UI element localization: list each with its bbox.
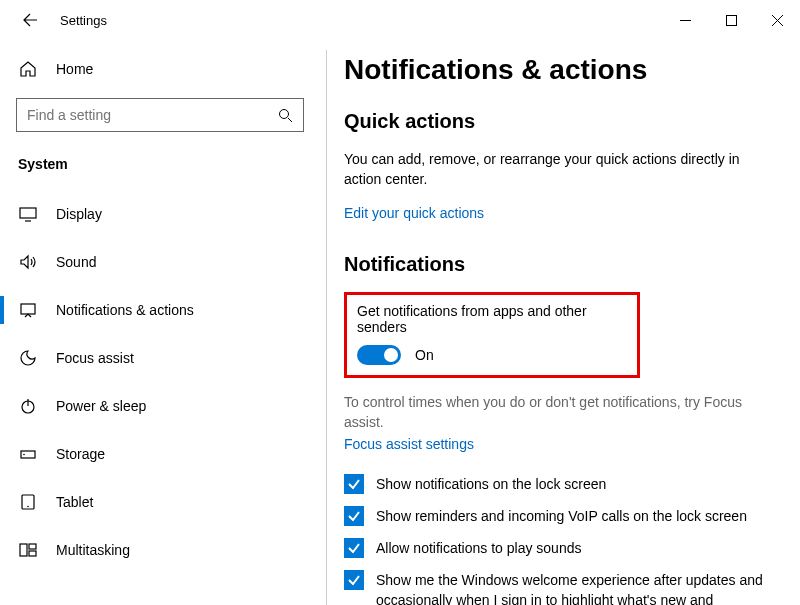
window-title: Settings [60,13,107,28]
svg-rect-10 [29,544,36,549]
sidebar-item-label: Storage [56,446,105,462]
check-icon [347,509,361,523]
sidebar-divider [326,50,327,605]
checkbox[interactable] [344,506,364,526]
sidebar-item-label: Focus assist [56,350,134,366]
arrow-left-icon [22,12,38,28]
checkbox-reminders-voip[interactable]: Show reminders and incoming VoIP calls o… [344,506,790,526]
home-icon [18,59,38,79]
svg-rect-3 [21,304,35,314]
display-icon [18,204,38,224]
checkbox[interactable] [344,538,364,558]
search-box[interactable] [16,98,304,132]
search-icon [278,108,293,123]
check-icon [347,477,361,491]
minimize-button[interactable] [662,5,708,35]
sidebar-item-multitasking[interactable]: Multitasking [16,528,320,572]
close-icon [772,15,783,26]
sidebar-item-power-sleep[interactable]: Power & sleep [16,384,320,428]
storage-icon [18,444,38,464]
sidebar-item-tablet[interactable]: Tablet [16,480,320,524]
page-title: Notifications & actions [344,54,790,86]
sidebar-item-label: Notifications & actions [56,302,194,318]
notifications-toggle[interactable] [357,345,401,365]
search-input[interactable] [27,107,278,123]
checkbox[interactable] [344,474,364,494]
checkbox-label: Allow notifications to play sounds [376,538,581,558]
edit-quick-actions-link[interactable]: Edit your quick actions [344,205,790,221]
maximize-icon [726,15,737,26]
svg-rect-5 [21,451,35,458]
sidebar-home-label: Home [56,61,93,77]
check-icon [347,573,361,587]
tablet-icon [18,492,38,512]
focus-assist-tip: To control times when you do or don't ge… [344,392,764,432]
checkbox-sounds[interactable]: Allow notifications to play sounds [344,538,790,558]
quick-actions-body: You can add, remove, or rearrange your q… [344,149,744,189]
close-button[interactable] [754,5,800,35]
main-content: Notifications & actions Quick actions Yo… [344,50,790,605]
power-icon [18,396,38,416]
minimize-icon [680,15,691,26]
quick-actions-heading: Quick actions [344,110,790,133]
sidebar-item-focus-assist[interactable]: Focus assist [16,336,320,380]
sidebar-item-sound[interactable]: Sound [16,240,320,284]
svg-rect-2 [20,208,36,218]
svg-point-6 [23,454,25,456]
svg-point-8 [27,506,29,508]
checkbox-label: Show reminders and incoming VoIP calls o… [376,506,747,526]
sound-icon [18,252,38,272]
titlebar: Settings [0,0,800,40]
checkbox-welcome-experience[interactable]: Show me the Windows welcome experience a… [344,570,790,605]
highlight-box: Get notifications from apps and other se… [344,292,640,378]
sidebar-category: System [16,156,320,172]
focus-assist-icon [18,348,38,368]
sidebar-item-label: Sound [56,254,96,270]
checkbox[interactable] [344,570,364,590]
sidebar-item-label: Multitasking [56,542,130,558]
toggle-label: Get notifications from apps and other se… [357,303,627,335]
toggle-row: On [357,345,627,365]
window-controls [662,5,800,35]
maximize-button[interactable] [708,5,754,35]
svg-rect-9 [20,544,27,556]
focus-assist-settings-link[interactable]: Focus assist settings [344,436,790,452]
sidebar-item-storage[interactable]: Storage [16,432,320,476]
check-icon [347,541,361,555]
sidebar-home[interactable]: Home [16,50,320,88]
sidebar-item-label: Display [56,206,102,222]
sidebar-item-label: Tablet [56,494,93,510]
sidebar-item-display[interactable]: Display [16,192,320,236]
checkbox-lock-screen[interactable]: Show notifications on the lock screen [344,474,790,494]
notifications-heading: Notifications [344,253,790,276]
sidebar-item-notifications[interactable]: Notifications & actions [16,288,320,332]
toggle-state: On [415,347,434,363]
sidebar: Home System Display Sound Notifications … [0,50,320,605]
svg-point-1 [280,109,289,118]
svg-rect-11 [29,551,36,556]
multitasking-icon [18,540,38,560]
sidebar-item-label: Power & sleep [56,398,146,414]
notifications-icon [18,300,38,320]
checkbox-label: Show notifications on the lock screen [376,474,606,494]
svg-rect-0 [726,15,736,25]
checkbox-label: Show me the Windows welcome experience a… [376,570,776,605]
back-button[interactable] [18,8,42,32]
